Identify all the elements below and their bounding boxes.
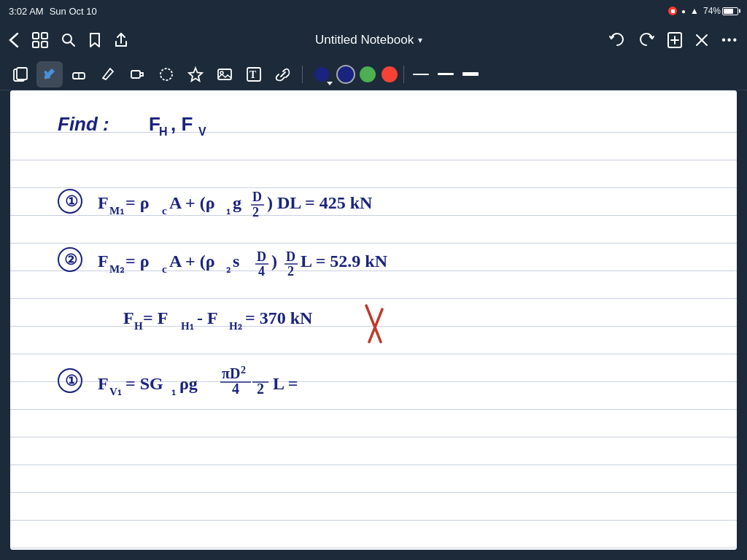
battery-indicator: 74%: [703, 6, 738, 16]
text-tool[interactable]: T: [241, 61, 267, 88]
svg-text:4: 4: [258, 264, 265, 279]
color-red[interactable]: [382, 66, 398, 82]
pen-tool[interactable]: [36, 61, 63, 88]
toolbar: T: [0, 58, 747, 90]
svg-text:g: g: [233, 193, 241, 212]
dot-separator: ●: [681, 7, 686, 15]
notebook-title-container: Untitled Notebook ▾: [315, 33, 422, 47]
nav-right: •••: [609, 32, 738, 48]
wifi-icon: ▲: [690, 6, 699, 16]
svg-text:①: ①: [65, 373, 78, 389]
shapes-tool[interactable]: [182, 61, 209, 88]
svg-line-5: [71, 42, 75, 47]
link-tool[interactable]: [270, 61, 296, 88]
svg-text:) DL = 425 kN: ) DL = 425 kN: [267, 193, 373, 212]
svg-line-66: [369, 309, 382, 342]
undo-button[interactable]: [609, 33, 625, 47]
pencil-tool[interactable]: [95, 61, 121, 88]
svg-text:,  F: , F: [171, 113, 193, 135]
svg-text:c: c: [162, 205, 167, 217]
svg-text:V: V: [198, 125, 206, 138]
svg-text:₁: ₁: [226, 205, 231, 217]
svg-text:L  =: L =: [273, 374, 298, 393]
svg-text:2: 2: [257, 381, 264, 397]
svg-text:T: T: [249, 69, 257, 80]
status-left: 3:02 AM Sun Oct 10: [9, 6, 97, 17]
toolbar-divider-1: [302, 66, 303, 83]
svg-text:F: F: [98, 252, 109, 271]
svg-text:D: D: [257, 249, 266, 264]
svg-line-65: [366, 306, 381, 342]
svg-text:A + (ρ: A + (ρ: [169, 193, 215, 212]
back-button[interactable]: [9, 32, 19, 48]
svg-text:L  =  52.9 kN: L = 52.9 kN: [301, 252, 388, 271]
color-navy[interactable]: [338, 66, 354, 82]
svg-text:F: F: [98, 193, 109, 212]
pages-tool[interactable]: [7, 61, 34, 88]
svg-text:= SG: = SG: [125, 374, 163, 393]
bookmark-button[interactable]: [89, 32, 101, 48]
lasso-tool[interactable]: [153, 61, 179, 88]
svg-text:M₂: M₂: [109, 263, 124, 275]
title-dropdown-chevron[interactable]: ▾: [418, 35, 422, 45]
svg-rect-17: [131, 71, 140, 78]
svg-text:₂: ₂: [226, 263, 231, 275]
battery-bar: [722, 7, 738, 15]
new-page-button[interactable]: [667, 32, 682, 48]
svg-rect-19: [218, 69, 231, 79]
share-button[interactable]: [114, 32, 128, 48]
more-button[interactable]: •••: [721, 34, 738, 47]
svg-text:F: F: [149, 113, 160, 135]
svg-text:- F: - F: [197, 308, 218, 327]
svg-text:D: D: [286, 249, 295, 264]
stroke-thin[interactable]: [410, 61, 432, 88]
grid-button[interactable]: [32, 32, 48, 48]
svg-text:=  F: = F: [143, 308, 168, 327]
redo-button[interactable]: [638, 33, 654, 47]
svg-text:①: ①: [65, 193, 78, 209]
stroke-thick[interactable]: [460, 61, 481, 88]
svg-rect-2: [33, 42, 39, 47]
svg-text:②: ②: [64, 252, 77, 268]
svg-text:H₂: H₂: [229, 320, 242, 332]
notebook-area[interactable]: Find : F H , F V ① F M₁ = ρ c A + (ρ ₁ g…: [10, 90, 737, 550]
toolbar-divider-2: [403, 66, 404, 83]
search-button[interactable]: [61, 33, 76, 47]
svg-point-67: [58, 369, 82, 392]
image-tool[interactable]: [212, 61, 238, 88]
stroke-medium[interactable]: [435, 61, 457, 88]
bottom-bar: [0, 550, 747, 560]
svg-point-28: [58, 190, 82, 213]
svg-point-18: [160, 69, 172, 80]
svg-rect-0: [33, 33, 39, 39]
notebook-title: Untitled Notebook: [315, 33, 414, 47]
color-dropdown[interactable]: [309, 61, 335, 88]
svg-text:Find   :: Find :: [58, 113, 109, 135]
svg-text:ρg: ρg: [179, 374, 198, 393]
svg-text:H₁: H₁: [181, 320, 194, 332]
svg-text:2: 2: [287, 264, 294, 279]
record-indicator: [668, 7, 677, 15]
svg-text:A + (ρ: A + (ρ: [169, 252, 215, 271]
svg-rect-12: [17, 68, 27, 79]
svg-text:= ρ: = ρ: [125, 193, 150, 212]
svg-text:c: c: [162, 263, 167, 275]
color-green[interactable]: [360, 66, 376, 82]
svg-text:= 370  kN: = 370 kN: [245, 308, 313, 327]
svg-text:= ρ: = ρ: [125, 252, 150, 271]
time: 3:02 AM: [9, 6, 44, 17]
nav-bar: Untitled Notebook ▾: [0, 22, 747, 58]
svg-point-41: [58, 248, 82, 271]
svg-text:F: F: [98, 374, 109, 393]
svg-text:₁: ₁: [171, 386, 176, 397]
status-right: ● ▲ 74%: [668, 6, 738, 16]
svg-rect-3: [42, 42, 47, 47]
close-button[interactable]: [695, 34, 708, 47]
svg-text:F: F: [123, 308, 134, 327]
svg-text:πD: πD: [222, 365, 240, 381]
highlighter-tool[interactable]: [124, 61, 150, 88]
eraser-tool[interactable]: [66, 61, 92, 88]
battery-fill: [724, 9, 733, 14]
record-inner: [671, 9, 675, 13]
svg-text:V₁: V₁: [109, 386, 122, 397]
